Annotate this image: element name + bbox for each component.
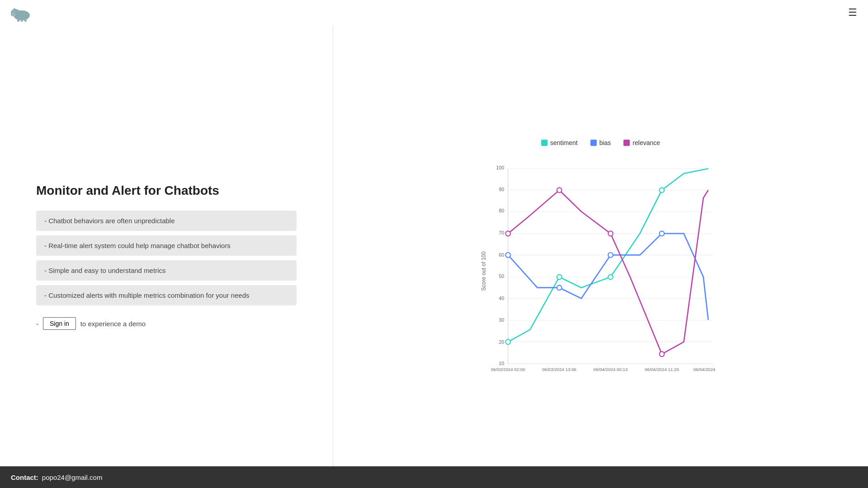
svg-text:10: 10 (499, 361, 504, 366)
svg-text:40: 40 (499, 296, 504, 301)
chart-container: sentiment bias relevance Sco (479, 139, 723, 374)
signin-suffix: to experience a demo (80, 320, 146, 328)
relevance-dot-1 (557, 188, 561, 192)
svg-point-5 (14, 11, 14, 12)
logo-area (11, 4, 33, 22)
sentiment-dot-0 (505, 339, 510, 344)
feature-item-3: - Simple and easy to understand metrics (36, 260, 297, 281)
footer: Contact: popo24@gmail.com (0, 466, 868, 488)
sentiment-dot-2 (608, 275, 613, 280)
legend-bias-label: bias (599, 139, 611, 146)
x-ticks: 06/03/2024 02:00 06/03/2024 13:06 06/04/… (491, 367, 715, 372)
y-axis-label: Score out of 100 (481, 251, 487, 291)
svg-text:30: 30 (499, 317, 504, 323)
svg-text:06/04/2024 00:13: 06/04/2024 00:13 (593, 367, 627, 372)
y-ticks: 10 20 30 40 50 60 70 80 (496, 165, 713, 366)
feature-item-1: - Chatbot behaviors are often unpredicta… (36, 211, 297, 231)
header: ☰ (0, 0, 868, 25)
legend-bias: bias (590, 139, 611, 146)
menu-icon[interactable]: ☰ (848, 7, 857, 19)
svg-text:50: 50 (499, 273, 504, 279)
svg-text:100: 100 (496, 165, 504, 170)
svg-text:06/04/2024 11:20: 06/04/2024 11:20 (645, 367, 679, 372)
svg-rect-10 (24, 19, 27, 22)
feature-item-4: - Customized alerts with multiple metric… (36, 285, 297, 305)
footer-email: popo24@gmail.com (42, 474, 103, 481)
sentiment-dot-3 (659, 188, 664, 192)
left-panel: Monitor and Alert for Chatbots - Chatbot… (0, 25, 333, 488)
svg-text:70: 70 (499, 230, 504, 235)
svg-point-7 (13, 14, 14, 15)
legend-sentiment: sentiment (541, 139, 578, 146)
svg-text:80: 80 (499, 208, 504, 213)
chart-legend: sentiment bias relevance (479, 139, 723, 146)
bias-dot-1 (557, 285, 561, 290)
svg-text:06/03/2024 02:00: 06/03/2024 02:00 (491, 367, 525, 372)
signin-button[interactable]: Sign in (43, 317, 76, 330)
page-title: Monitor and Alert for Chatbots (36, 183, 297, 198)
signin-row: - Sign in to experience a demo (36, 317, 297, 330)
logo-icon (11, 4, 33, 22)
sentiment-dot (541, 140, 547, 146)
bias-dot-0 (505, 253, 510, 258)
svg-rect-9 (21, 20, 23, 22)
svg-point-6 (12, 14, 13, 15)
relevance-dot-3 (659, 352, 664, 357)
line-chart: Score out of 100 10 20 30 40 50 60 (479, 154, 723, 389)
svg-text:20: 20 (499, 339, 504, 345)
right-panel: sentiment bias relevance Sco (333, 25, 868, 488)
relevance-dot-0 (505, 231, 510, 236)
legend-relevance: relevance (623, 139, 660, 146)
svg-text:60: 60 (499, 252, 504, 258)
legend-relevance-label: relevance (632, 139, 660, 146)
bias-dot-3 (659, 231, 664, 236)
svg-text:90: 90 (499, 187, 504, 192)
legend-sentiment-label: sentiment (550, 139, 578, 146)
signin-prefix: - (36, 320, 38, 328)
main-layout: Monitor and Alert for Chatbots - Chatbot… (0, 0, 868, 488)
feature-item-2: - Real-time alert system could help mana… (36, 235, 297, 256)
svg-point-3 (13, 9, 16, 11)
svg-text:06/04/2024: 06/04/2024 (693, 367, 715, 372)
relevance-dot (623, 140, 630, 146)
svg-rect-8 (17, 19, 19, 22)
sentiment-dot-1 (557, 275, 561, 280)
footer-contact-label: Contact: (11, 474, 38, 481)
bias-dot-2 (608, 253, 613, 258)
relevance-line (508, 190, 708, 354)
relevance-dot-2 (608, 231, 613, 236)
bias-dot (590, 140, 597, 146)
svg-text:06/03/2024 13:06: 06/03/2024 13:06 (542, 367, 576, 372)
